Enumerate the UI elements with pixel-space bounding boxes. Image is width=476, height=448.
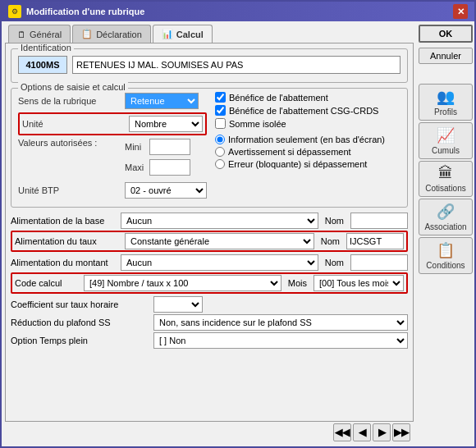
radio-info: Information seulement (en bas d'écran) [215, 135, 400, 144]
reduction-select[interactable]: Non, sans incidence sur le plafond SS [153, 314, 408, 331]
identification-group: Identification [11, 48, 408, 83]
sens-label: Sens de la rubrique [18, 96, 125, 106]
code-calcul-row: Code calcul [49] Nombre / taux x 100 Moi… [15, 275, 404, 291]
sens-select[interactable]: Retenue [125, 93, 199, 109]
id-code-input[interactable] [18, 56, 67, 74]
options-left: Sens de la rubrique Retenue Unité [18, 92, 207, 202]
taux-row: Alimentation du taux Constante générale … [15, 233, 404, 249]
tab-calcul[interactable]: 📊 Calcul [153, 25, 213, 43]
ok-button[interactable]: OK [419, 25, 473, 43]
cancel-button[interactable]: Annuler [419, 48, 473, 64]
code-calcul-highlight: Code calcul [49] Nombre / taux x 100 Moi… [11, 272, 408, 294]
title-bar-left: ⚙ Modification d'une rubrique [8, 5, 144, 18]
radio-avert-input[interactable] [215, 147, 225, 157]
base-row: Alimentation de la base Aucun Nom [11, 213, 408, 229]
csg-checkbox[interactable] [215, 105, 226, 116]
code-calcul-label: Code calcul [15, 278, 80, 288]
tab-declaration[interactable]: 📋 Déclaration [72, 25, 151, 43]
csg-label: Bénéfice de l'abattement CSG-CRDS [229, 106, 378, 116]
window-title: Modification d'une rubrique [26, 7, 144, 16]
taux-nom-input[interactable] [346, 233, 404, 249]
options-group: Options de saisie et calcul Sens de la r… [11, 88, 408, 208]
main-window: ⚙ Modification d'une rubrique ✕ 🗒 Généra… [0, 0, 476, 448]
montant-row: Alimentation du montant Aucun Nom [11, 254, 408, 271]
radio-erreur-label: Erreur (bloquante) si dépassement [228, 159, 367, 169]
nav-first-button[interactable]: ◀◀ [333, 423, 351, 441]
reduction-row: Réduction du plafond SS Non, sans incide… [11, 314, 408, 331]
abattement-checkbox[interactable] [215, 92, 226, 103]
valeurs-section: Valeurs autorisées : Mini Maxi [18, 138, 207, 179]
cotisations-icon: 🏛 [438, 165, 453, 182]
form-area: Identification Options de saisie et calc… [5, 43, 414, 422]
tab-general[interactable]: 🗒 Général [8, 25, 71, 43]
conditions-button[interactable]: 📋 Conditions [419, 237, 473, 274]
radio-info-label: Information seulement (en bas d'écran) [228, 135, 385, 144]
content-area: 🗒 Général 📋 Déclaration 📊 Calcul Identif… [2, 21, 474, 446]
maxi-label: Maxi [125, 162, 149, 172]
sens-row: Sens de la rubrique Retenue [18, 92, 207, 110]
coefficient-select[interactable] [153, 296, 203, 313]
code-calcul-select[interactable]: [49] Nombre / taux x 100 [84, 275, 281, 291]
association-button[interactable]: 🔗 Association [419, 199, 473, 235]
mini-label: Mini [125, 142, 149, 152]
montant-select[interactable]: Aucun [121, 254, 318, 271]
radio-erreur: Erreur (bloquante) si dépassement [215, 159, 400, 169]
unite-btp-row: Unité BTP 02 - ouvré [18, 181, 207, 199]
profils-icon: 👥 [437, 88, 455, 106]
mois-select[interactable]: [00] Tous les mois [314, 275, 404, 291]
mini-input[interactable] [149, 139, 190, 155]
general-tab-label: Général [30, 30, 62, 39]
nav-buttons: ◀◀ ◀ ▶ ▶▶ [5, 422, 414, 443]
montant-nom-input[interactable] [350, 254, 408, 271]
radio-erreur-input[interactable] [215, 159, 225, 169]
mini-row: Mini [125, 138, 190, 156]
base-select[interactable]: Aucun [121, 213, 318, 229]
options-label: Options de saisie et calcul [18, 82, 128, 92]
reduction-label: Réduction du plafond SS [11, 318, 150, 327]
cumuls-label: Cumuls [432, 146, 460, 155]
id-description-input[interactable] [72, 56, 400, 74]
close-button[interactable]: ✕ [453, 4, 468, 19]
base-nom-input[interactable] [350, 213, 408, 229]
unite-btp-label: Unité BTP [18, 185, 125, 195]
unite-label: Unité [22, 119, 129, 129]
calcul-tab-icon: 📊 [162, 29, 173, 39]
montant-label: Alimentation du montant [11, 258, 117, 267]
maxi-input[interactable] [149, 159, 190, 176]
association-label: Association [424, 222, 466, 231]
coefficient-label: Coefficient sur taux horaire [11, 299, 150, 309]
cotisations-button[interactable]: 🏛 Cotisations [419, 161, 473, 197]
checkbox-abattement: Bénéfice de l'abattement [215, 92, 400, 103]
declaration-tab-icon: 📋 [81, 29, 93, 39]
base-nom-label: Nom [325, 216, 344, 226]
window-icon: ⚙ [8, 5, 21, 18]
general-tab-icon: 🗒 [17, 30, 26, 39]
nav-next-button[interactable]: ▶ [373, 423, 391, 441]
coefficient-row: Coefficient sur taux horaire [11, 296, 408, 313]
declaration-tab-label: Déclaration [96, 30, 142, 39]
somme-checkbox[interactable] [215, 118, 226, 129]
option-temps-select[interactable]: [ ] Non [153, 332, 408, 349]
right-sidebar: OK Annuler 👥 Profils 📈 Cumuls 🏛 Cotisati… [417, 21, 474, 446]
nav-prev-button[interactable]: ◀ [353, 423, 371, 441]
option-temps-label: Option Temps plein [11, 336, 150, 345]
base-label: Alimentation de la base [11, 216, 117, 226]
cumuls-icon: 📈 [437, 126, 455, 144]
profils-button[interactable]: 👥 Profils [419, 84, 473, 121]
main-panel: 🗒 Général 📋 Déclaration 📊 Calcul Identif… [2, 21, 417, 446]
taux-select[interactable]: Constante générale [125, 233, 314, 249]
option-temps-row: Option Temps plein [ ] Non [11, 332, 408, 349]
nav-last-button[interactable]: ▶▶ [392, 423, 410, 441]
taux-nom-label: Nom [321, 236, 340, 246]
montant-nom-label: Nom [325, 258, 344, 267]
identification-label: Identification [18, 43, 74, 53]
unite-btp-select[interactable]: 02 - ouvré [125, 182, 207, 199]
unite-select[interactable]: Nombre [129, 116, 203, 132]
radio-info-input[interactable] [215, 135, 225, 144]
association-icon: 🔗 [437, 203, 455, 221]
identification-row [18, 53, 400, 77]
cumuls-button[interactable]: 📈 Cumuls [419, 122, 473, 159]
radio-avert-label: Avertissement si dépassement [228, 147, 351, 157]
profils-label: Profils [434, 107, 457, 117]
taux-label: Alimentation du taux [15, 236, 121, 246]
